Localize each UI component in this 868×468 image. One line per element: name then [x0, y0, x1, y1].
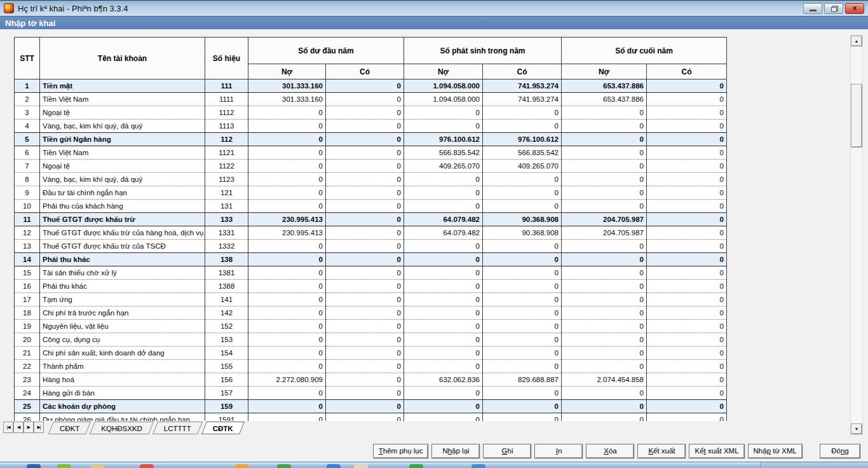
value-cell[interactable]: 741.953.274	[483, 93, 562, 106]
print-button[interactable]: In	[534, 444, 583, 458]
account-code-cell[interactable]: 156	[205, 373, 248, 387]
table-row[interactable]: 14Phải thu khác138000000	[15, 253, 727, 266]
value-cell[interactable]: 0	[326, 160, 404, 173]
value-cell[interactable]: 0	[562, 160, 647, 173]
taskbar[interactable]	[0, 462, 868, 468]
value-cell[interactable]: 0	[404, 293, 483, 306]
account-name-cell[interactable]: Nguyên liệu, vật liệu	[40, 320, 205, 333]
value-cell[interactable]: 0	[248, 146, 326, 160]
value-cell[interactable]: 0	[326, 280, 404, 293]
sheet-tab-cđkt[interactable]: CĐKT	[51, 422, 88, 434]
value-cell[interactable]: 301.333.160	[248, 79, 326, 93]
value-cell[interactable]: 0	[404, 253, 483, 266]
value-cell[interactable]: 0	[326, 79, 404, 93]
row-stt[interactable]: 11	[15, 213, 40, 226]
value-cell[interactable]: 64.079.482	[404, 213, 483, 226]
value-cell[interactable]: 0	[326, 93, 404, 106]
row-stt[interactable]: 13	[15, 240, 40, 253]
account-name-cell[interactable]: Vàng, bạc, kim khí quý, đá quý	[40, 173, 205, 186]
row-stt[interactable]: 20	[15, 333, 40, 347]
taskbar-app-icon[interactable]	[140, 464, 154, 468]
value-cell[interactable]: 0	[248, 200, 326, 213]
account-name-cell[interactable]: Thuế GTGT được khấu trừ	[40, 213, 205, 226]
value-cell[interactable]: 0	[647, 133, 727, 146]
account-code-cell[interactable]: 112	[205, 133, 248, 146]
row-stt[interactable]: 10	[15, 200, 40, 213]
value-cell[interactable]: 0	[647, 266, 727, 280]
value-cell[interactable]: 0	[562, 133, 647, 146]
value-cell[interactable]: 0	[562, 333, 647, 347]
value-cell[interactable]: 0	[404, 186, 483, 200]
value-cell[interactable]: 230.995.413	[248, 226, 326, 240]
account-name-cell[interactable]: Đầu tư tài chính ngắn hạn	[40, 186, 205, 200]
account-code-cell[interactable]: 131	[205, 200, 248, 213]
value-cell[interactable]: 566.835.542	[404, 146, 483, 160]
row-stt[interactable]: 7	[15, 160, 40, 173]
close-button[interactable]: Đóng	[820, 444, 860, 458]
table-row[interactable]: 2Tiền Việt Nam1111301.333.16001.094.058.…	[15, 93, 727, 106]
account-name-cell[interactable]: Hàng gửi đi bán	[40, 387, 205, 400]
taskbar-app-icon[interactable]	[235, 464, 249, 468]
value-cell[interactable]: 0	[647, 387, 727, 400]
vertical-scrollbar[interactable]: ▲ ▼	[850, 35, 863, 435]
value-cell[interactable]: 741.953.274	[483, 79, 562, 93]
table-row[interactable]: 18Chi phí trả trước ngắn hạn142000000	[15, 306, 727, 320]
value-cell[interactable]: 0	[248, 280, 326, 293]
account-code-cell[interactable]: 1121	[205, 146, 248, 160]
scrollbar-thumb[interactable]	[851, 84, 862, 148]
value-cell[interactable]: 0	[483, 106, 562, 120]
row-stt[interactable]: 18	[15, 306, 40, 320]
value-cell[interactable]: 0	[326, 413, 404, 422]
value-cell[interactable]: 0	[562, 253, 647, 266]
value-cell[interactable]: 0	[404, 280, 483, 293]
taskbar-app-icon[interactable]	[354, 464, 368, 468]
value-cell[interactable]: 0	[248, 173, 326, 186]
account-name-cell[interactable]: Tiền Việt Nam	[40, 146, 205, 160]
taskbar-app-icon[interactable]	[409, 464, 423, 468]
value-cell[interactable]: 90.368.908	[483, 213, 562, 226]
value-cell[interactable]: 0	[248, 253, 326, 266]
account-code-cell[interactable]: 1123	[205, 173, 248, 186]
first-sheet-icon[interactable]: |◀	[3, 422, 13, 433]
account-code-cell[interactable]: 138	[205, 253, 248, 266]
account-name-cell[interactable]: Phải thu khác	[40, 280, 205, 293]
account-name-cell[interactable]: Tiền Việt Nam	[40, 93, 205, 106]
value-cell[interactable]: 0	[248, 387, 326, 400]
value-cell[interactable]: 0	[483, 413, 562, 422]
delete-button[interactable]: Xóa	[586, 444, 634, 458]
value-cell[interactable]: 2.272.080.909	[248, 373, 326, 387]
value-cell[interactable]: 0	[483, 320, 562, 333]
value-cell[interactable]: 0	[326, 387, 404, 400]
table-row[interactable]: 23Hàng hoá1562.272.080.9090632.062.83682…	[15, 373, 727, 387]
account-name-cell[interactable]: Tài sản thiếu chờ xử lý	[40, 266, 205, 280]
value-cell[interactable]: 0	[562, 280, 647, 293]
account-name-cell[interactable]: Thuế GTGT được khấu trừ của TSCĐ	[40, 240, 205, 253]
account-name-cell[interactable]: Ngoại tệ	[40, 106, 205, 120]
value-cell[interactable]: 0	[483, 293, 562, 306]
table-row[interactable]: 20Công cụ, dụng cụ153000000	[15, 333, 727, 347]
value-cell[interactable]: 0	[404, 347, 483, 360]
value-cell[interactable]: 0	[562, 146, 647, 160]
value-cell[interactable]: 976.100.612	[483, 133, 562, 146]
restore-button[interactable]	[824, 3, 843, 14]
value-cell[interactable]: 0	[483, 200, 562, 213]
table-row[interactable]: 22Thành phẩm155000000	[15, 360, 727, 373]
table-row[interactable]: 25Các khoản dự phòng159000000	[15, 400, 727, 413]
account-name-cell[interactable]: Công cụ, dụng cụ	[40, 333, 205, 347]
export-xml-button[interactable]: Kết xuất XML	[689, 444, 744, 458]
value-cell[interactable]: 0	[326, 333, 404, 347]
taskbar-tray[interactable]	[760, 462, 868, 468]
value-cell[interactable]: 0	[404, 240, 483, 253]
account-name-cell[interactable]: Hàng hoá	[40, 373, 205, 387]
value-cell[interactable]: 0	[404, 320, 483, 333]
value-cell[interactable]: 0	[647, 160, 727, 173]
value-cell[interactable]: 0	[326, 173, 404, 186]
value-cell[interactable]: 976.100.612	[404, 133, 483, 146]
account-name-cell[interactable]: Tiền mặt	[40, 79, 205, 93]
import-xml-button[interactable]: Nhập từ XML	[748, 444, 803, 458]
value-cell[interactable]: 0	[326, 400, 404, 413]
account-name-cell[interactable]: Phải thu của khách hàng	[40, 200, 205, 213]
value-cell[interactable]: 0	[404, 400, 483, 413]
value-cell[interactable]: 0	[326, 240, 404, 253]
row-stt[interactable]: 24	[15, 387, 40, 400]
